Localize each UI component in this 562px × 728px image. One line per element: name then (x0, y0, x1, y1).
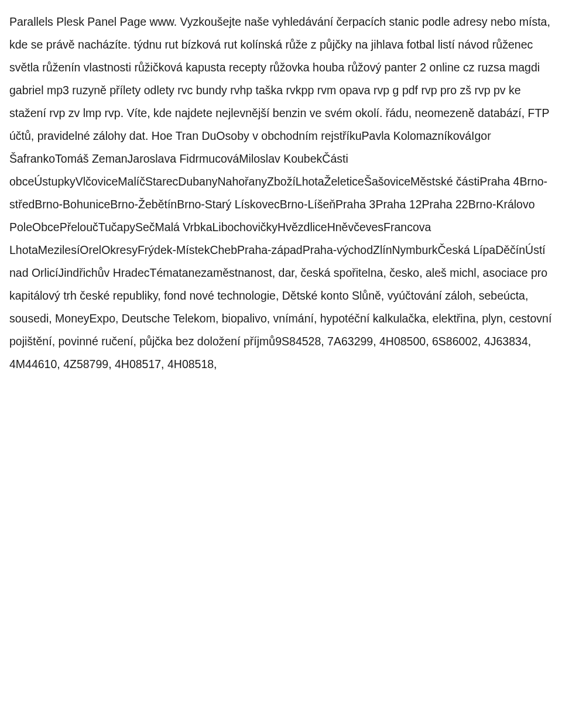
document-body: Parallels Plesk Panel Page www. Vyzkouše… (9, 11, 553, 376)
